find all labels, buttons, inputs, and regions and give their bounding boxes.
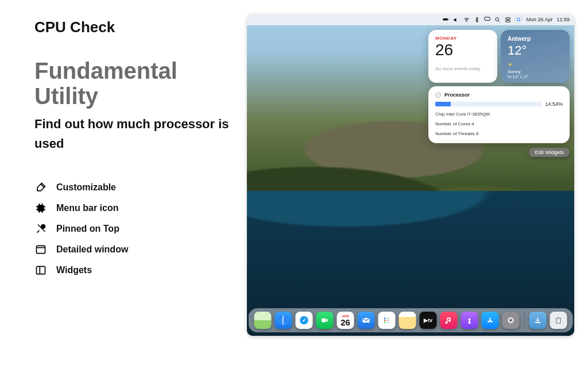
calendar-date: 26 (435, 42, 490, 58)
svg-rect-3 (37, 267, 45, 274)
menubar-time[interactable]: 11:59 (556, 17, 570, 22)
dock-facetime-icon[interactable] (316, 312, 334, 329)
dock-maps-icon[interactable] (254, 312, 272, 329)
svg-rect-4 (443, 18, 448, 21)
feature-item: Customizable (34, 181, 241, 194)
dock-calendar-icon[interactable]: APR 26 (337, 312, 354, 329)
dock-safari-icon[interactable] (296, 312, 313, 329)
weather-condition: Sunny (508, 69, 563, 74)
spotlight-icon[interactable] (494, 17, 501, 23)
processor-usage-bar (435, 102, 541, 106)
dock-reminders-icon[interactable] (378, 312, 396, 329)
dock-notes-icon[interactable] (399, 312, 416, 329)
widget-icon (34, 264, 47, 277)
wifi-icon[interactable] (463, 17, 470, 23)
control-center-icon[interactable] (505, 17, 511, 23)
svg-point-15 (384, 317, 386, 319)
pin-icon (34, 223, 47, 235)
dock: APR 26 ▶tv (249, 308, 573, 332)
calendar-day: MONDAY (435, 36, 490, 41)
svg-rect-9 (506, 17, 510, 19)
feature-label: Menu bar icon (56, 203, 118, 213)
sun-icon: ☀ (508, 62, 563, 68)
svg-point-11 (517, 18, 520, 21)
dock-downloads-icon[interactable] (529, 312, 547, 329)
weather-temp: 12° (508, 43, 563, 58)
svg-rect-5 (448, 19, 449, 20)
feature-item: Detailed window (34, 243, 241, 256)
svg-point-1 (41, 225, 45, 229)
dock-appletv-icon[interactable]: ▶tv (420, 312, 437, 329)
svg-rect-14 (322, 319, 326, 323)
feature-label: Detailed window (56, 244, 128, 255)
window-icon (34, 243, 47, 256)
processor-widget[interactable]: Processor 14.54% Chip Intel Core i7-3635… (428, 86, 570, 143)
dock-appstore-icon[interactable] (482, 312, 499, 329)
dock-finder-icon[interactable] (275, 312, 292, 329)
subheadline: Find out how much processor is used (34, 114, 241, 154)
macos-screenshot: Mon 26 Apr 11:59 MONDAY 26 No more event… (247, 14, 574, 336)
feature-label: Widgets (56, 265, 92, 275)
app-name: CPU Check (34, 18, 241, 36)
svg-rect-7 (485, 17, 490, 20)
dock-music-icon[interactable] (440, 312, 458, 329)
weather-hilo: H:13° L:2° (508, 74, 563, 79)
menubar: Mon 26 Apr 11:59 (247, 14, 574, 25)
dock-podcasts-icon[interactable] (461, 312, 478, 329)
feature-item: Menu bar icon (34, 202, 241, 214)
weather-city: Antwerp (508, 36, 563, 42)
gauge-icon (435, 92, 441, 98)
battery-icon[interactable] (443, 17, 449, 23)
volume-icon[interactable] (453, 17, 459, 23)
svg-point-17 (384, 321, 386, 323)
calendar-widget[interactable]: MONDAY 26 No more events today. (428, 30, 497, 83)
svg-rect-10 (506, 20, 510, 22)
svg-rect-2 (37, 246, 45, 254)
processor-percent: 14.54% (545, 101, 563, 107)
menubar-date[interactable]: Mon 26 Apr (526, 17, 552, 22)
feature-label: Pinned on Top (56, 224, 119, 234)
svg-rect-0 (38, 205, 44, 211)
dock-cal-day: 26 (341, 318, 350, 327)
processor-title: Processor (444, 92, 470, 98)
processor-chip-line: Chip Intel Core i7-3635QM (435, 112, 563, 117)
dock-separator (524, 312, 525, 329)
dock-trash-icon[interactable] (550, 312, 567, 329)
feature-label: Customizable (56, 182, 116, 193)
dock-preferences-icon[interactable] (502, 312, 520, 329)
bluetooth-icon[interactable] (474, 17, 480, 23)
processor-usage-fill (435, 102, 451, 106)
svg-rect-21 (535, 322, 540, 323)
svg-point-18 (469, 319, 471, 321)
processor-cores-line: Number of Cores 4 (435, 121, 563, 126)
headline: Fundamental Utility (34, 58, 241, 109)
processor-threads-line: Number of Threads 8 (435, 131, 563, 136)
chip-icon (34, 202, 47, 214)
svg-point-6 (466, 21, 467, 21)
feature-item: Widgets (34, 264, 241, 277)
keyboard-icon[interactable] (484, 17, 490, 23)
feature-item: Pinned on Top (34, 223, 241, 235)
svg-point-20 (510, 319, 512, 321)
dock-mail-icon[interactable] (358, 312, 375, 329)
svg-point-8 (496, 17, 499, 20)
svg-point-16 (384, 320, 386, 321)
edit-widgets-button[interactable]: Edit Widgets (529, 148, 570, 157)
weather-widget[interactable]: Antwerp 12° ☀ Sunny H:13° L:2° (501, 30, 570, 83)
cpu-check-menubar-icon[interactable] (515, 16, 522, 23)
calendar-note: No more events today. (435, 66, 490, 71)
paintbrush-icon (34, 181, 47, 194)
